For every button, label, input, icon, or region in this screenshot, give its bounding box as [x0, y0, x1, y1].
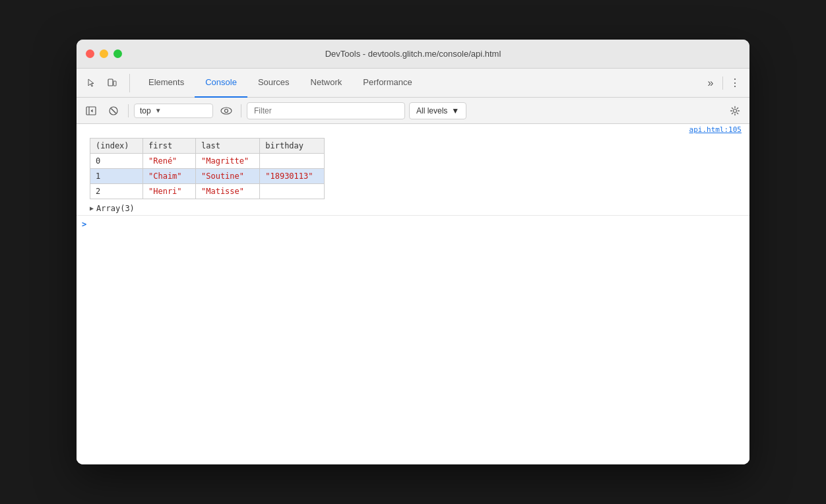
table-cell-first: "Henri" — [143, 184, 196, 199]
console-table-wrapper: (index) first last birthday 0"René""Magr… — [77, 135, 749, 202]
col-header-index: (index) — [90, 139, 143, 154]
array-label: Array(3) — [96, 204, 135, 213]
table-cell-birthday — [260, 184, 324, 199]
svg-point-8 — [225, 109, 228, 112]
sidebar-toggle-btn[interactable] — [82, 102, 100, 120]
col-header-last: last — [196, 139, 260, 154]
eye-icon — [220, 107, 232, 115]
tab-sources[interactable]: Sources — [247, 69, 300, 98]
minimize-button[interactable] — [100, 49, 108, 58]
tab-performance[interactable]: Performance — [352, 69, 422, 98]
eye-btn[interactable] — [217, 102, 236, 120]
tab-network[interactable]: Network — [300, 69, 353, 98]
levels-dropdown[interactable]: All levels ▼ — [409, 102, 466, 119]
table-cell-birthday: "18930113" — [260, 169, 324, 184]
maximize-button[interactable] — [113, 49, 122, 58]
context-selector[interactable]: top ▼ — [134, 104, 213, 118]
col-header-first: first — [143, 139, 196, 154]
devtools-menu-button[interactable]: ⋮ — [726, 74, 744, 92]
table-row: 1 — [90, 169, 143, 184]
table-row: 0 — [90, 154, 143, 169]
cursor-icon — [86, 78, 96, 88]
cursor-icon-btn[interactable] — [82, 74, 100, 92]
tabs-bar: Elements Console Sources Network Perform… — [77, 69, 749, 98]
gear-icon — [730, 106, 740, 116]
svg-point-9 — [734, 109, 737, 112]
array-row[interactable]: ▶ Array(3) — [77, 202, 749, 215]
svg-point-7 — [221, 108, 232, 114]
devtools-window: DevTools - devtools.glitch.me/console/ap… — [77, 40, 749, 464]
divider-1 — [128, 104, 129, 117]
console-prompt: > — [82, 220, 86, 229]
console-input-row: > — [77, 215, 749, 233]
tab-elements[interactable]: Elements — [138, 69, 195, 98]
col-header-birthday: birthday — [260, 139, 324, 154]
table-cell-last: "Matisse" — [196, 184, 260, 199]
table-cell-last: "Soutine" — [196, 169, 260, 184]
context-arrow: ▼ — [155, 107, 162, 114]
close-button[interactable] — [86, 49, 94, 58]
traffic-lights — [86, 49, 122, 58]
table-row: 2 — [90, 184, 143, 199]
window-title: DevTools - devtools.glitch.me/console/ap… — [325, 49, 501, 59]
device-icon — [107, 78, 117, 88]
more-tabs-button[interactable]: » — [701, 74, 720, 92]
source-link[interactable]: api.html:105 — [77, 124, 749, 135]
svg-line-6 — [111, 108, 116, 113]
settings-btn[interactable] — [726, 102, 744, 120]
console-toolbar: top ▼ All levels ▼ — [77, 98, 749, 124]
divider-2 — [241, 104, 241, 117]
console-output: api.html:105 (index) first last birthday… — [77, 124, 749, 464]
tab-icons — [82, 74, 130, 92]
console-input[interactable] — [90, 220, 744, 229]
devtools-panel: Elements Console Sources Network Perform… — [77, 69, 749, 464]
tabs-list: Elements Console Sources Network Perform… — [138, 69, 701, 98]
titlebar: DevTools - devtools.glitch.me/console/ap… — [77, 40, 749, 69]
table-cell-birthday — [260, 154, 324, 169]
svg-marker-4 — [91, 109, 93, 112]
table-cell-first: "Chaim" — [143, 169, 196, 184]
filter-input[interactable] — [247, 102, 405, 119]
device-icon-btn[interactable] — [103, 74, 121, 92]
divider — [722, 77, 723, 90]
table-cell-first: "René" — [143, 154, 196, 169]
sidebar-icon — [86, 106, 96, 116]
tab-console[interactable]: Console — [195, 69, 247, 98]
clear-icon — [108, 106, 119, 116]
expand-icon: ▶ — [90, 205, 94, 212]
console-table: (index) first last birthday 0"René""Magr… — [90, 138, 325, 199]
table-cell-last: "Magritte" — [196, 154, 260, 169]
svg-rect-0 — [108, 79, 113, 86]
clear-console-btn[interactable] — [104, 102, 123, 120]
svg-rect-1 — [113, 81, 116, 86]
